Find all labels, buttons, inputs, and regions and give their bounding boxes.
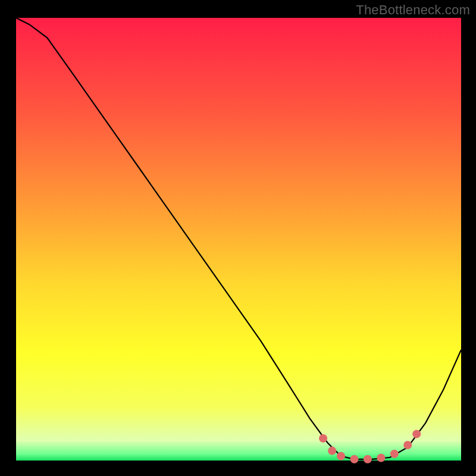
optimal-marker bbox=[364, 455, 372, 464]
optimal-marker bbox=[328, 447, 336, 455]
optimal-marker bbox=[412, 430, 421, 438]
optimal-marker bbox=[319, 434, 327, 443]
optimal-marker bbox=[350, 455, 359, 464]
gradient-background bbox=[16, 18, 461, 461]
optimal-marker bbox=[377, 454, 385, 462]
optimal-marker bbox=[337, 452, 345, 461]
optimal-marker bbox=[390, 450, 399, 458]
chart-canvas bbox=[0, 0, 476, 476]
optimal-marker bbox=[403, 441, 412, 449]
